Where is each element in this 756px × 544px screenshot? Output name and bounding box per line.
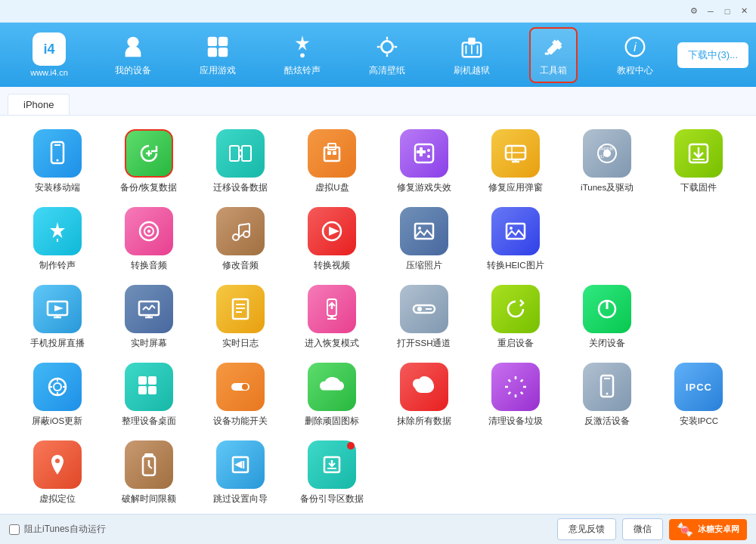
tool-convert-audio[interactable]: 转换音频 bbox=[107, 207, 191, 271]
nav-item-app-game[interactable]: 应用游戏 bbox=[191, 29, 245, 82]
tool-icon-virtual-udisk bbox=[308, 129, 356, 178]
tool-label-restart-device: 重启设备 bbox=[497, 338, 534, 349]
tool-compress-photo[interactable]: 压缩照片 bbox=[382, 207, 466, 271]
tool-icon-clean-junk bbox=[491, 363, 540, 411]
tool-label-migrate-data: 迁移设备数据 bbox=[213, 182, 268, 193]
logo-icon: i4 bbox=[33, 32, 66, 66]
tool-label-screen-cast: 手机投屏直播 bbox=[30, 338, 85, 349]
tool-edit-audio[interactable]: 修改音频 bbox=[199, 207, 283, 271]
nav-item-wallpaper[interactable]: 高清壁纸 bbox=[360, 29, 414, 82]
svg-text:Apple: Apple bbox=[600, 146, 614, 152]
tool-label-make-ringtone: 制作铃声 bbox=[39, 260, 76, 271]
tool-virtual-udisk[interactable]: 虚拟U盘 bbox=[290, 129, 374, 193]
svg-line-100 bbox=[521, 380, 523, 382]
nav-label-tutorial: 教程中心 bbox=[617, 64, 653, 77]
tool-fix-game[interactable]: 修复游戏失效 bbox=[382, 129, 466, 193]
tool-convert-heic[interactable]: 转换HEIC图片 bbox=[473, 207, 557, 271]
tool-device-toggle[interactable]: 设备功能开关 bbox=[199, 363, 283, 427]
svg-point-34 bbox=[427, 149, 430, 152]
tool-icon-migrate-data bbox=[216, 129, 265, 178]
svg-line-106 bbox=[508, 380, 510, 382]
tool-label-backup-partition: 备份引导区数据 bbox=[300, 493, 364, 505]
tool-ssh-tunnel[interactable]: 打开SSH通道 bbox=[382, 285, 466, 349]
tool-icon-convert-audio bbox=[125, 207, 173, 255]
tool-screen-cast[interactable]: 手机投屏直播 bbox=[15, 285, 99, 349]
tool-label-install-ipcc: 安装IPCC bbox=[680, 416, 718, 427]
tool-make-ringtone[interactable]: 制作铃声 bbox=[15, 207, 99, 271]
itunes-autorun-checkbox[interactable] bbox=[9, 524, 20, 535]
feedback-button[interactable]: 意见反馈 bbox=[557, 518, 616, 540]
tool-block-update[interactable]: 屏蔽iOS更新 bbox=[15, 363, 99, 427]
minimize-icon[interactable]: ─ bbox=[705, 5, 717, 17]
tool-break-time[interactable]: 破解时间限额 bbox=[107, 440, 191, 505]
tool-migrate-data[interactable]: 迁移设备数据 bbox=[199, 129, 283, 193]
nav-item-tutorial[interactable]: i 教程中心 bbox=[608, 29, 662, 82]
nav-label-app-game: 应用游戏 bbox=[200, 64, 236, 77]
tool-shutdown-device[interactable]: 关闭设备 bbox=[565, 285, 649, 349]
tool-download-firmware[interactable]: 下载固件 bbox=[657, 129, 741, 193]
tool-convert-video[interactable]: 转换视频 bbox=[290, 207, 374, 271]
tool-icon-backup-restore bbox=[125, 129, 173, 178]
nav-item-toolbox[interactable]: 工具箱 bbox=[529, 27, 578, 83]
tool-icon-compress-photo bbox=[400, 207, 448, 255]
tool-label-erase-data: 抹除所有数据 bbox=[397, 416, 451, 427]
tool-itunes-driver[interactable]: AppleID iTunes及驱动 bbox=[565, 129, 649, 193]
tool-icon-remove-stubborn bbox=[308, 363, 356, 411]
wechat-button[interactable]: 微信 bbox=[622, 518, 663, 540]
tool-deactivate[interactable]: 反激活设备 bbox=[565, 363, 649, 427]
tool-icon-virtual-location bbox=[33, 440, 82, 489]
svg-rect-14 bbox=[468, 37, 475, 44]
svg-line-73 bbox=[149, 305, 152, 310]
tool-clean-junk[interactable]: 清理设备垃圾 bbox=[473, 363, 557, 427]
maximize-icon[interactable]: □ bbox=[721, 5, 733, 17]
footer-left: 阻止iTunes自动运行 bbox=[9, 523, 106, 536]
tool-realtime-log[interactable]: 实时日志 bbox=[199, 285, 283, 349]
tool-icon-manage-desktop bbox=[125, 363, 173, 411]
svg-rect-68 bbox=[139, 301, 159, 315]
tool-skip-setup[interactable]: 跳过设置向导 bbox=[199, 440, 283, 505]
tool-backup-partition[interactable]: 备份引导区数据 bbox=[290, 440, 374, 505]
tool-erase-data[interactable]: 抹除所有数据 bbox=[382, 363, 466, 427]
logo-text: www.i4.cn bbox=[30, 68, 68, 77]
tool-icon-make-ringtone bbox=[33, 207, 82, 255]
nav-item-jailbreak[interactable]: 刷机越狱 bbox=[445, 29, 499, 82]
nav-label-my-device: 我的设备 bbox=[115, 64, 151, 77]
tool-realtime-screen[interactable]: 实时屏幕 bbox=[107, 285, 191, 349]
svg-point-108 bbox=[606, 393, 609, 395]
tool-backup-restore[interactable]: 备份/恢复数据 bbox=[107, 129, 191, 193]
nav-label-toolbox: 工具箱 bbox=[540, 64, 567, 77]
tool-fix-popup[interactable]: 修复应用弹窗 bbox=[473, 129, 557, 193]
tool-virtual-location[interactable]: 虚拟定位 bbox=[15, 440, 99, 505]
tool-recovery-mode[interactable]: 进入恢复模式 bbox=[290, 285, 374, 349]
svg-rect-1 bbox=[218, 36, 228, 45]
nav-item-ringtone[interactable]: 酷炫铃声 bbox=[275, 29, 330, 82]
tool-remove-stubborn[interactable]: 删除顽固图标 bbox=[290, 363, 374, 427]
svg-text:ID: ID bbox=[600, 154, 605, 159]
settings-icon[interactable]: ⚙ bbox=[688, 5, 700, 17]
svg-line-104 bbox=[508, 392, 510, 394]
nav-item-my-device[interactable]: 我的设备 bbox=[106, 29, 160, 82]
svg-rect-96 bbox=[148, 386, 156, 394]
svg-rect-95 bbox=[138, 386, 147, 394]
tool-label-recovery-mode: 进入恢复模式 bbox=[305, 338, 359, 349]
nav-label-jailbreak: 刷机越狱 bbox=[454, 64, 490, 77]
svg-point-35 bbox=[427, 155, 430, 158]
tool-label-remove-stubborn: 删除顽固图标 bbox=[305, 416, 359, 427]
tool-label-fix-game: 修复游戏失效 bbox=[397, 182, 451, 193]
download-button[interactable]: 下载中(3)... bbox=[677, 42, 748, 68]
tool-install-mobile[interactable]: 安装移动端 bbox=[15, 129, 99, 193]
svg-point-88 bbox=[54, 383, 61, 391]
footer: 阻止iTunes自动运行 意见反馈 微信 🍬 冰糖安卓网 bbox=[0, 514, 756, 544]
tool-manage-desktop[interactable]: 整理设备桌面 bbox=[107, 363, 191, 427]
tool-install-ipcc[interactable]: IPCC 安装IPCC bbox=[657, 363, 741, 427]
tool-restart-device[interactable]: 重启设备 bbox=[473, 285, 557, 349]
tab-iphone[interactable]: iPhone bbox=[8, 94, 70, 115]
tool-label-ssh-tunnel: 打开SSH通道 bbox=[397, 338, 451, 349]
close-icon[interactable]: ✕ bbox=[738, 5, 750, 17]
tool-icon-install-mobile bbox=[33, 129, 82, 178]
svg-rect-62 bbox=[507, 224, 525, 239]
footer-brand-text: 冰糖安卓网 bbox=[698, 524, 739, 535]
tool-icon-recovery-mode bbox=[308, 285, 356, 333]
nav-label-wallpaper: 高清壁纸 bbox=[369, 64, 405, 77]
tool-label-compress-photo: 压缩照片 bbox=[406, 260, 442, 271]
